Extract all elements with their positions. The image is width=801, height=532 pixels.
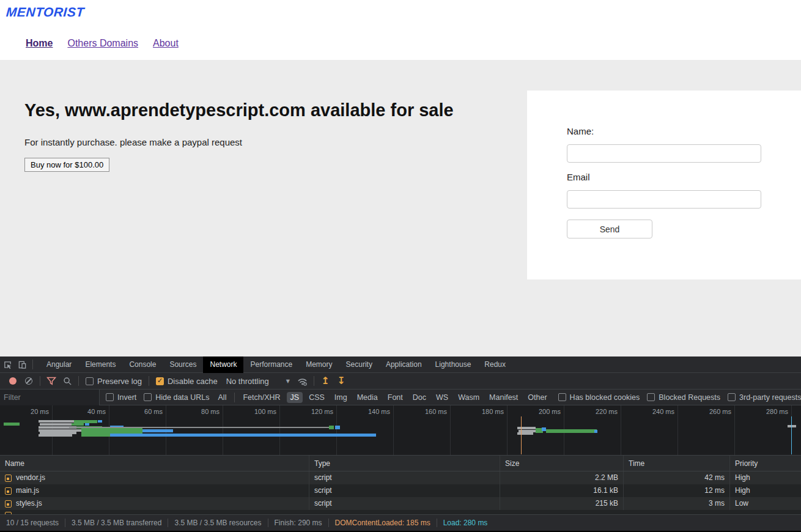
table-body: vendor.jsscript2.2 MB42 msHighmain.jsscr… [0,471,801,514]
checkbox-unchecked-icon [86,377,94,385]
timeline-tick-label: 120 ms [287,408,333,415]
filter-type-other[interactable]: Other [524,392,550,403]
throttling-value: No throttling [226,377,269,386]
hide-data-urls-label: Hide data URLs [155,393,209,402]
filter-input[interactable] [0,390,100,405]
tab-sources[interactable]: Sources [163,357,203,373]
table-header: Name Type Size Time Priority [0,456,801,471]
devtools-tabs: AngularElementsConsoleSourcesNetworkPerf… [40,357,512,373]
waterfall-bar [517,427,536,429]
disable-cache-checkbox[interactable]: Disable cache [156,377,218,386]
contact-form-card: Name: Email Send [527,91,801,279]
filter-type-img[interactable]: Img [331,392,351,403]
column-header-size[interactable]: Size [500,456,624,471]
nav-link-about[interactable]: About [153,38,179,49]
buy-now-button[interactable]: Buy now for $100.00 [24,158,109,172]
checkbox-unchecked-icon [647,393,655,401]
column-header-time[interactable]: Time [624,456,730,471]
device-toolbar-icon[interactable] [15,357,29,373]
column-header-type[interactable]: Type [309,456,500,471]
timeline-gridline [393,405,394,456]
tab-application[interactable]: Application [379,357,429,373]
waterfall-bar [40,423,72,426]
site-nav: Home Others Domains About [26,38,179,49]
email-input[interactable] [567,190,761,209]
import-har-icon[interactable]: ↥ [319,374,332,388]
network-toolbar: Preserve log Disable cache No throttling… [0,373,801,390]
tab-elements[interactable]: Elements [78,357,122,373]
export-har-icon[interactable]: ↧ [334,374,348,388]
filter-type-doc[interactable]: Doc [409,392,430,403]
filter-type-css[interactable]: CSS [305,392,328,403]
third-party-requests-checkbox[interactable]: 3rd-party requests [728,393,801,402]
divider [149,376,149,386]
divider [437,519,437,527]
filter-type-manifest[interactable]: Manifest [485,392,522,403]
divider [65,519,65,527]
blocked-requests-checkbox[interactable]: Blocked Requests [647,393,720,402]
search-icon[interactable] [61,374,74,388]
throttling-select[interactable]: No throttling ▼ [226,377,290,386]
filter-type-media[interactable]: Media [353,392,382,403]
filter-toggle-icon[interactable] [45,374,58,388]
tab-performance[interactable]: Performance [243,357,299,373]
waterfall-bar [85,423,89,426]
devtools-panel: AngularElementsConsoleSourcesNetworkPerf… [0,357,801,532]
filter-type-all[interactable]: All [215,392,231,403]
hide-data-urls-checkbox[interactable]: Hide data URLs [144,393,209,402]
timeline-tick-label: 160 ms [401,408,447,415]
waterfall-bar [4,423,20,426]
nav-link-others-domains[interactable]: Others Domains [67,38,138,49]
nav-link-home[interactable]: Home [26,38,53,49]
timeline-tick-label: 260 ms [685,408,731,415]
invert-checkbox[interactable]: Invert [106,393,136,402]
filter-type-wasm[interactable]: Wasm [454,392,483,403]
invert-label: Invert [117,393,136,402]
table-row-vendor-js[interactable]: vendor.jsscript2.2 MB42 msHigh [0,471,801,484]
timeline-tick-label: 20 ms [2,408,49,415]
record-button[interactable] [6,374,20,388]
filter-type-font[interactable]: Font [384,392,407,403]
has-blocked-cookies-checkbox[interactable]: Has blocked cookies [558,393,640,402]
table-row-styles-js[interactable]: styles.jsscript215 kB3 msLow [0,497,801,510]
table-row-main-js[interactable]: main.jsscript16.1 kB12 msHigh [0,484,801,497]
tab-network[interactable]: Network [203,357,243,373]
preserve-log-checkbox[interactable]: Preserve log [86,377,142,386]
tab-memory[interactable]: Memory [299,357,339,373]
tab-redux[interactable]: Redux [478,357,512,373]
request-size: 16.1 kB [500,484,624,497]
request-type: script [309,471,500,484]
tab-security[interactable]: Security [339,357,379,373]
request-time: 42 ms [624,471,730,484]
filter-type-ws[interactable]: WS [432,392,452,403]
timeline-tick-label: 80 ms [173,408,220,415]
name-input[interactable] [567,144,761,163]
chevron-down-icon: ▼ [286,379,290,384]
network-conditions-icon[interactable] [296,374,309,388]
waterfall-bar [335,426,340,429]
filter-type-js[interactable]: JS [287,392,303,403]
clear-button[interactable] [22,374,35,388]
site-logo: MENTORIST [6,5,84,20]
divider [328,519,329,527]
load-time: Load: 280 ms [443,519,488,527]
send-button[interactable]: Send [567,220,652,238]
preserve-log-label: Preserve log [97,377,142,386]
request-size: 215 kB [500,497,624,510]
inspect-element-icon[interactable] [0,357,15,373]
requests-count: 10 / 15 requests [6,519,59,527]
script-file-icon [5,487,12,495]
checkbox-unchecked-icon [728,393,736,401]
purchase-note: For instantly purchase. please make a pa… [24,137,242,147]
filter-type-fetch-xhr[interactable]: Fetch/XHR [239,392,284,403]
network-overview[interactable]: 20 ms40 ms60 ms80 ms100 ms120 ms140 ms16… [0,405,801,456]
request-name: vendor.js [0,471,309,484]
timeline-gridline [450,405,451,456]
column-header-priority[interactable]: Priority [730,456,801,471]
column-header-name[interactable]: Name [0,456,309,471]
waterfall-bar [517,432,533,435]
divider [40,376,40,386]
tab-angular[interactable]: Angular [40,357,78,373]
tab-lighthouse[interactable]: Lighthouse [429,357,478,373]
tab-console[interactable]: Console [122,357,163,373]
